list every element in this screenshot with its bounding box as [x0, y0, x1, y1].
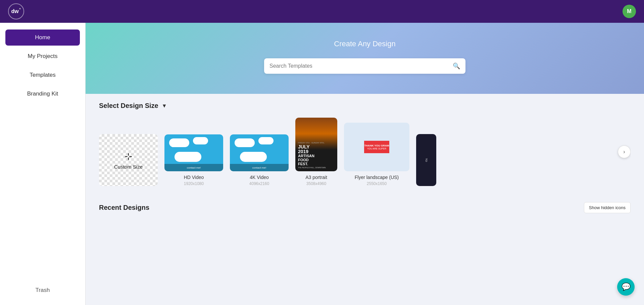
sidebar-item-home[interactable]: Home: [5, 29, 80, 46]
chat-button[interactable]: 💬: [617, 278, 635, 296]
recent-designs-section: Recent Designs Show hidden icons: [86, 194, 644, 227]
4k-video-thumb: contact me!: [230, 134, 289, 171]
show-hidden-button[interactable]: Show hidden icons: [584, 202, 631, 213]
hd-video-label: HD Video: [184, 175, 204, 180]
hero-title: Create Any Design: [99, 40, 631, 48]
cloud-4: [235, 138, 255, 147]
sidebar: Home My Projects Templates Branding Kit …: [0, 23, 86, 305]
dark-card-label: TO: [425, 158, 428, 162]
4k-video-size: 4096x2160: [249, 181, 269, 186]
a3-portrait-size: 3508x4960: [306, 181, 326, 186]
a3-text-block: FRIDAY 5TH - SUNDAY 8TH, JULY2019 ARTISA…: [298, 142, 335, 169]
search-icon: 🔍: [453, 62, 460, 70]
hd-video-size: 1920x1080: [184, 181, 204, 186]
size-card-flyer-landscape[interactable]: THANK YOU GRAMYOU ARE SUPER Flyer landsc…: [344, 123, 409, 186]
logo[interactable]: dw ✦: [8, 3, 24, 19]
a3-portrait-thumb: FRIDAY 5TH - SUNDAY 8TH, JULY2019 ARTISA…: [295, 118, 337, 171]
flyer-landscape-size: 2550x1650: [367, 181, 387, 186]
filter-icon[interactable]: ▼: [162, 103, 167, 109]
section-header: Select Design Size ▼: [99, 102, 631, 110]
flyer-text: THANK YOU GRAMYOU ARE SUPER: [364, 144, 389, 150]
sidebar-item-trash[interactable]: Trash: [5, 282, 80, 298]
section-title: Select Design Size: [99, 102, 158, 110]
cloud-1: [169, 138, 189, 147]
contact-bar: contact me!: [164, 164, 223, 171]
next-button[interactable]: ›: [618, 145, 631, 158]
user-avatar[interactable]: M: [623, 5, 636, 18]
search-bar: 🔍: [264, 58, 465, 74]
dark-card-thumb: TO: [416, 134, 436, 186]
a3-food-overlay: FRIDAY 5TH - SUNDAY 8TH, JULY2019 ARTISA…: [295, 118, 337, 171]
topnav: dw ✦ M: [0, 0, 644, 23]
size-card-partial[interactable]: TO: [416, 134, 436, 186]
hd-video-thumb: contact me!: [164, 134, 223, 171]
flyer-landscape-label: Flyer landscape (US): [355, 175, 399, 180]
search-input[interactable]: [269, 63, 453, 69]
sidebar-item-templates[interactable]: Templates: [5, 67, 80, 83]
cloud-6: [240, 152, 267, 162]
recent-designs-title: Recent Designs: [99, 204, 149, 211]
4k-video-label: 4K Video: [250, 175, 269, 180]
custom-label: Custom Size: [114, 164, 143, 170]
sidebar-item-branding-kit[interactable]: Branding Kit: [5, 86, 80, 102]
cloud-5: [258, 137, 274, 144]
crop-icon: ⊹: [125, 151, 132, 162]
size-card-a3-portrait[interactable]: FRIDAY 5TH - SUNDAY 8TH, JULY2019 ARTISA…: [295, 118, 337, 186]
layout: Home My Projects Templates Branding Kit …: [0, 23, 644, 305]
design-size-section: Select Design Size ▼ ⊹ Custom Size: [86, 94, 644, 194]
hero-banner: Create Any Design 🔍: [86, 23, 644, 94]
flyer-bottom: THANK YOU GRAMYOU ARE SUPER: [364, 141, 389, 153]
sidebar-spacer: [5, 105, 80, 280]
cloud-2: [193, 137, 208, 144]
contact-bar-4k: contact me!: [230, 164, 289, 171]
size-card-4k-video[interactable]: contact me! 4K Video 4096x2160: [230, 134, 289, 186]
custom-size-thumb: ⊹ Custom Size: [99, 134, 158, 186]
a3-portrait-label: A3 portrait: [305, 175, 327, 180]
chat-icon: 💬: [622, 283, 631, 291]
sidebar-item-my-projects[interactable]: My Projects: [5, 48, 80, 64]
size-card-hd-video[interactable]: contact me! HD Video 1920x1080: [164, 134, 223, 186]
size-card-custom[interactable]: ⊹ Custom Size: [99, 134, 158, 186]
flyer-landscape-thumb: THANK YOU GRAMYOU ARE SUPER: [344, 123, 409, 171]
recent-header: Recent Designs Show hidden icons: [99, 202, 631, 213]
main-content: Create Any Design 🔍 Select Design Size ▼…: [86, 23, 644, 305]
size-cards: ⊹ Custom Size contact me! HD Video 1920x…: [99, 118, 631, 186]
cloud-3: [175, 152, 201, 162]
